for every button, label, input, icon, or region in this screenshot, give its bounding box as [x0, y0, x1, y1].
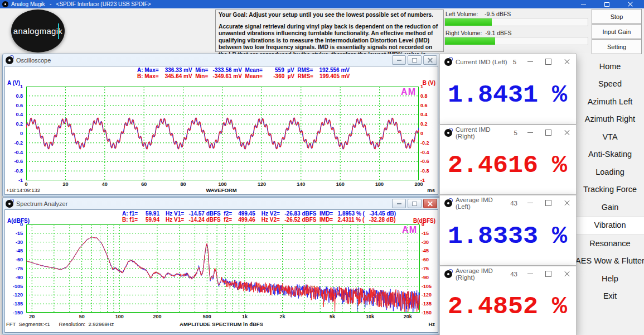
imd-titlebar[interactable]: Average IMD (Left) 43: [440, 195, 576, 210]
instructions-box: Your Goal: Adjust your setup until you s…: [215, 9, 444, 52]
analogmagik-window-icon: [444, 199, 452, 207]
y-tick-label: -15: [16, 231, 23, 236]
close-icon[interactable]: [558, 125, 576, 140]
y-tick-label: -105: [422, 284, 432, 289]
y-axis-left: 0-15-30-45-60-75-90-105-120-135-150: [5, 224, 25, 313]
x-tick-label: 80: [181, 181, 186, 187]
maximize-icon[interactable]: [408, 199, 422, 208]
y-tick-label: -45: [16, 248, 23, 253]
sidebar-item-anti-skating[interactable]: Anti-Skating: [576, 146, 644, 164]
imd-number: 2.4852: [448, 293, 538, 321]
imd-sample-count: 43: [510, 200, 517, 207]
y-tick-label: 0.8: [420, 93, 428, 99]
sidebar-item-vta[interactable]: VTA: [576, 128, 644, 146]
oscilloscope-titlebar[interactable]: Oscilloscope: [3, 54, 440, 66]
y-tick-label: -150: [13, 310, 23, 315]
current-imd-right-window: Current IMD (Right) 5 2.4616 %: [439, 125, 577, 195]
minimize-icon[interactable]: [392, 199, 406, 208]
current-imd-left-window: Current IMD (Left) 5 1.8431 %: [439, 54, 577, 125]
x-tick-label: 5k: [330, 314, 335, 319]
y-tick-label: -45: [422, 248, 429, 253]
sidebar-item-home[interactable]: Home: [576, 58, 644, 75]
x-tick-label: 100: [115, 314, 124, 319]
sidebar-item-exit[interactable]: Exit: [576, 288, 644, 305]
x-tick-label: 200: [153, 314, 161, 319]
maximize-icon[interactable]: [408, 55, 422, 65]
sidebar-item-resonance[interactable]: Resonance: [576, 234, 644, 252]
imd-titlebar[interactable]: Average IMD (Right) 43: [440, 266, 576, 281]
sidebar-item-vibration[interactable]: Vibration: [576, 216, 644, 235]
imd-unit: %: [552, 151, 567, 180]
right-axis-label: B (V): [423, 80, 435, 86]
sidebar-item-azimuth-right[interactable]: Azimuth Right: [576, 111, 644, 128]
y-tick-label: -90: [422, 275, 429, 280]
x-tick-label: 200: [414, 181, 423, 187]
maximize-icon[interactable]: [539, 195, 558, 210]
sidebar-item-azimuth-left[interactable]: Azimuth Left: [576, 93, 644, 111]
imd-titlebar[interactable]: Current IMD (Right) 5: [440, 125, 576, 140]
imd-window-title: Average IMD (Left): [456, 197, 505, 210]
x-tick-label: 20k: [404, 314, 412, 319]
y-tick-label: -0.8: [420, 168, 429, 174]
sidebar-item-loading[interactable]: Loading: [576, 163, 644, 181]
sidebar-item-help[interactable]: Help: [576, 270, 644, 288]
minimize-icon[interactable]: [521, 266, 539, 281]
analogmagik-window-icon: [444, 129, 452, 137]
stop-button[interactable]: Stop: [592, 9, 642, 24]
close-icon[interactable]: [618, 0, 642, 8]
spectrum-stats-b: B: f1= 59.94 Hz V1= -14.24 dBFS f2= 499.…: [122, 217, 396, 223]
close-icon[interactable]: [558, 54, 576, 69]
minimize-icon[interactable]: [521, 54, 539, 69]
y-tick-label: -105: [13, 284, 23, 289]
setting-button[interactable]: Setting: [592, 39, 642, 54]
imd-unit: %: [552, 222, 567, 251]
close-icon[interactable]: [423, 199, 437, 208]
close-icon[interactable]: [558, 266, 576, 281]
y-tick-label: -15: [422, 231, 429, 236]
y-tick-label: 0.4: [16, 112, 23, 117]
y-tick-label: -135: [422, 301, 432, 307]
close-icon[interactable]: [423, 55, 437, 65]
y-tick-label: -120: [13, 292, 23, 298]
minimize-icon[interactable]: [572, 0, 595, 8]
analogmagik-window-icon: [444, 58, 452, 66]
maximize-icon[interactable]: [539, 54, 558, 69]
titlebar: Analog Magik - <SPDIF Interface (UR23 US…: [0, 0, 644, 8]
x-axis-title: WAVEFORM: [5, 187, 438, 193]
x-tick-label: 20: [29, 314, 35, 319]
maximize-icon[interactable]: [539, 266, 558, 281]
y-tick-label: -150: [422, 310, 432, 315]
y-tick-label: -0.2: [14, 140, 23, 146]
minimize-icon[interactable]: [521, 125, 539, 140]
restore-icon[interactable]: [595, 0, 618, 8]
imd-window-title: Current IMD (Right): [456, 126, 509, 140]
logo-text: analogmagik: [13, 26, 62, 36]
close-icon[interactable]: [558, 195, 576, 210]
analogmagik-window-icon: [6, 56, 13, 64]
sidebar-item-gain[interactable]: Gain: [576, 198, 644, 216]
y-tick-label: -120: [422, 292, 432, 298]
sidebar-item-tracking-force[interactable]: Tracking Force: [576, 181, 644, 199]
y-tick-label: -90: [16, 275, 23, 280]
minimize-icon[interactable]: [521, 195, 539, 210]
imd-titlebar[interactable]: Current IMD (Left) 5: [440, 54, 576, 69]
imd-window-title: Current IMD (Left): [456, 59, 507, 65]
x-axis-unit: ms: [427, 187, 435, 193]
sidebar-item-speed[interactable]: Speed: [576, 75, 644, 93]
input-gain-button[interactable]: Input Gain: [592, 24, 642, 39]
maximize-icon[interactable]: [539, 125, 558, 140]
y-tick-label: -1: [18, 178, 23, 183]
y-tick-label: -0.6: [420, 159, 429, 164]
sidebar-item-aes-wow-flutter[interactable]: AES Wow & Flutter: [576, 252, 644, 270]
imd-sample-count: 5: [513, 59, 516, 65]
spectrum-titlebar[interactable]: Spectrum Analyzer: [3, 198, 440, 209]
y-tick-label: 0.6: [420, 103, 428, 108]
goal-text: Your Goal: Adjust your setup until you s…: [219, 12, 440, 19]
minimize-icon[interactable]: [392, 55, 406, 65]
x-tick-label: 50: [79, 314, 85, 319]
x-tick-label: 120: [258, 181, 266, 187]
y-tick-label: -75: [422, 266, 429, 271]
spectrum-title: Spectrum Analyzer: [16, 200, 67, 207]
right-volume-bar: [444, 37, 588, 45]
y-tick-label: -30: [16, 240, 23, 245]
